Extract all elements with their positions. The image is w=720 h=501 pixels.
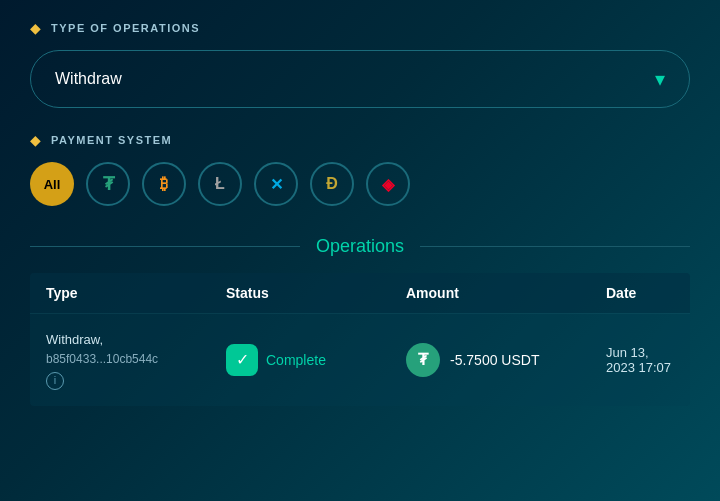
chevron-down-icon: ▾: [655, 67, 665, 91]
dropdown-selected-value: Withdraw: [55, 70, 122, 88]
payment-icon-ripple[interactable]: ✕: [254, 162, 298, 206]
tether-coin-icon: ₮: [406, 343, 440, 377]
payment-system-label: ◆ PAYMENT SYSTEM: [30, 132, 690, 148]
column-header-status: Status: [226, 285, 406, 301]
operations-line-right: [420, 246, 690, 247]
payment-icon-dogecoin[interactable]: Ð: [310, 162, 354, 206]
operations-type-title: TYPE OF OPERATIONS: [51, 22, 200, 34]
cell-type: Withdraw, b85f0433...10cb544c i: [46, 330, 226, 390]
column-header-date: Date: [606, 285, 674, 301]
amount-value: -5.7500 USDT: [450, 352, 539, 368]
table-row: Withdraw, b85f0433...10cb544c i ✓ Comple…: [30, 313, 690, 406]
operations-table: Type Status Amount Date Withdraw, b85f04…: [30, 273, 690, 406]
diamond-icon-2: ◆: [30, 132, 41, 148]
operations-type-section-label: ◆ TYPE OF OPERATIONS: [30, 20, 690, 36]
column-header-type: Type: [46, 285, 226, 301]
tether-symbol: ₮: [418, 350, 428, 369]
transaction-id: b85f0433...10cb544c: [46, 350, 226, 368]
operations-header: Operations: [30, 236, 690, 257]
operations-title: Operations: [316, 236, 404, 257]
cell-status: ✓ Complete: [226, 344, 406, 376]
payment-icon-tron[interactable]: ◈: [366, 162, 410, 206]
payment-system-title: PAYMENT SYSTEM: [51, 134, 172, 146]
payment-icon-tether[interactable]: ₮: [86, 162, 130, 206]
cell-amount: ₮ -5.7500 USDT: [406, 343, 606, 377]
operations-line-left: [30, 246, 300, 247]
status-check-icon: ✓: [226, 344, 258, 376]
diamond-icon: ◆: [30, 20, 41, 36]
payment-icon-bitcoin[interactable]: ₿: [142, 162, 186, 206]
operations-section: Operations Type Status Amount Date Withd…: [30, 236, 690, 406]
payment-icon-litecoin[interactable]: Ł: [198, 162, 242, 206]
table-header-row: Type Status Amount Date: [30, 273, 690, 313]
column-header-amount: Amount: [406, 285, 606, 301]
status-text: Complete: [266, 352, 326, 368]
payment-system-section: ◆ PAYMENT SYSTEM All ₮ ₿ Ł ✕ Ð ◈: [30, 132, 690, 206]
payment-icon-all[interactable]: All: [30, 162, 74, 206]
withdraw-label: Withdraw,: [46, 330, 226, 350]
operations-type-dropdown[interactable]: Withdraw ▾: [30, 50, 690, 108]
payment-icons-row: All ₮ ₿ Ł ✕ Ð ◈: [30, 162, 690, 206]
checkmark-icon: ✓: [236, 350, 249, 369]
info-icon[interactable]: i: [46, 372, 64, 390]
operations-type-dropdown-wrapper: Withdraw ▾: [30, 50, 690, 108]
cell-date: Jun 13, 2023 17:07: [606, 345, 674, 375]
